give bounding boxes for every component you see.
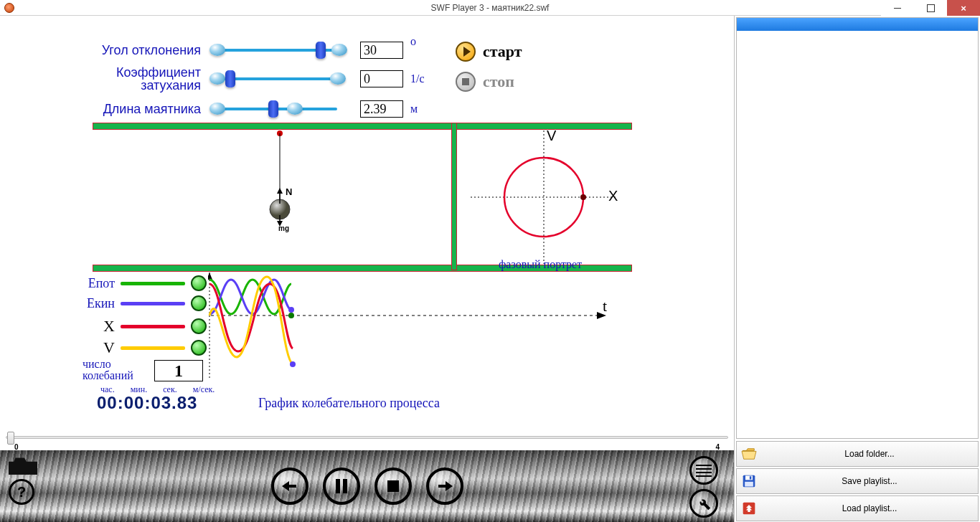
stop-button-label[interactable]: стоп xyxy=(483,72,514,91)
svg-rect-32 xyxy=(745,482,753,487)
length-unit: м xyxy=(410,103,418,115)
swf-stage: Угол отклонения 30 o Коэффициент затухан… xyxy=(0,16,734,430)
window-minimize-button[interactable] xyxy=(881,0,914,16)
phase-caption: фазовый портрет xyxy=(499,258,582,271)
legend-x-label: X xyxy=(79,317,115,336)
svg-point-20 xyxy=(290,361,296,367)
svg-rect-25 xyxy=(343,479,347,493)
pendulum-view: N mg xyxy=(93,123,452,271)
window-close-button[interactable]: × xyxy=(947,0,980,16)
damping-unit: 1/c xyxy=(410,72,425,85)
folder-open-icon xyxy=(737,447,761,461)
svg-marker-16 xyxy=(208,272,212,280)
graph-caption: График колебательного процесса xyxy=(258,396,440,411)
svg-rect-26 xyxy=(387,480,399,492)
window-maximize-button[interactable] xyxy=(914,0,947,16)
legend-x-line xyxy=(121,325,185,328)
svg-point-12 xyxy=(580,194,586,200)
load-playlist-icon xyxy=(737,501,761,516)
svg-text:X: X xyxy=(608,188,618,204)
start-button-icon[interactable] xyxy=(456,42,476,62)
legend-v-label: V xyxy=(79,338,115,357)
pause-button[interactable] xyxy=(323,468,360,505)
svg-marker-4 xyxy=(277,188,283,194)
oscillation-graph xyxy=(208,272,617,387)
toggle-epot[interactable] xyxy=(191,275,207,291)
damping-value[interactable]: 0 xyxy=(360,70,403,87)
help-button[interactable]: ? xyxy=(9,479,34,505)
angle-slider[interactable] xyxy=(209,43,346,57)
stop-button[interactable] xyxy=(374,468,412,505)
open-file-button[interactable] xyxy=(9,456,37,475)
toggle-v[interactable] xyxy=(191,340,207,356)
angle-label: Угол отклонения xyxy=(79,44,201,57)
start-button-label[interactable]: старт xyxy=(483,42,522,61)
legend-v-line xyxy=(121,346,185,350)
save-playlist-button[interactable]: Save playlist... xyxy=(736,468,979,494)
t-axis-label: t xyxy=(603,297,607,315)
length-slider[interactable] xyxy=(209,102,346,116)
timer-value: 00:00:03.83 xyxy=(97,393,197,413)
svg-marker-23 xyxy=(282,481,289,491)
svg-rect-30 xyxy=(745,476,753,480)
legend-ekin-line xyxy=(121,302,185,305)
player-toolbar: ? xyxy=(0,450,734,522)
legend-epot-label: Епот xyxy=(79,276,115,291)
playlist-item-selected[interactable] xyxy=(737,18,978,31)
svg-rect-31 xyxy=(750,476,752,479)
svg-rect-24 xyxy=(336,479,340,493)
osc-count-value: 1 xyxy=(154,360,203,381)
legend-epot-line xyxy=(121,282,185,285)
svg-text:V: V xyxy=(547,128,557,143)
phase-portrait: X V xyxy=(456,123,631,271)
angle-unit: o xyxy=(410,35,416,48)
settings-button[interactable] xyxy=(689,489,718,518)
seek-bar[interactable]: 0 4 xyxy=(0,430,734,450)
damping-label: Коэффициент затухания xyxy=(79,66,201,92)
svg-text:N: N xyxy=(286,186,292,197)
playlist[interactable] xyxy=(736,17,979,439)
next-button[interactable] xyxy=(426,468,463,505)
svg-point-19 xyxy=(288,307,294,313)
playlist-toggle-button[interactable] xyxy=(689,456,718,485)
osc-count-label: число колебаний xyxy=(83,359,133,381)
angle-value[interactable]: 30 xyxy=(360,42,403,59)
titlebar: SWF Player 3 - маятник22.swf × xyxy=(0,0,980,16)
svg-marker-28 xyxy=(446,481,453,491)
legend-ekin-label: Екин xyxy=(79,296,115,311)
stop-button-icon[interactable] xyxy=(456,72,476,92)
side-panel: Load folder... Save playlist... Load pla… xyxy=(734,16,980,522)
svg-text:mg: mg xyxy=(278,224,289,232)
load-folder-button[interactable]: Load folder... xyxy=(736,441,979,467)
length-value[interactable]: 2.39 xyxy=(360,100,403,118)
length-label: Длина маятника xyxy=(79,103,201,115)
window-title: SWF Player 3 - маятник22.swf xyxy=(0,3,980,13)
prev-button[interactable] xyxy=(271,468,308,505)
damping-slider[interactable] xyxy=(209,72,346,86)
save-icon xyxy=(737,474,761,488)
toggle-ekin[interactable] xyxy=(191,295,207,311)
svg-point-21 xyxy=(288,313,294,318)
app-icon xyxy=(4,3,14,13)
toggle-x[interactable] xyxy=(191,318,207,334)
load-playlist-button[interactable]: Load playlist... xyxy=(736,495,979,521)
